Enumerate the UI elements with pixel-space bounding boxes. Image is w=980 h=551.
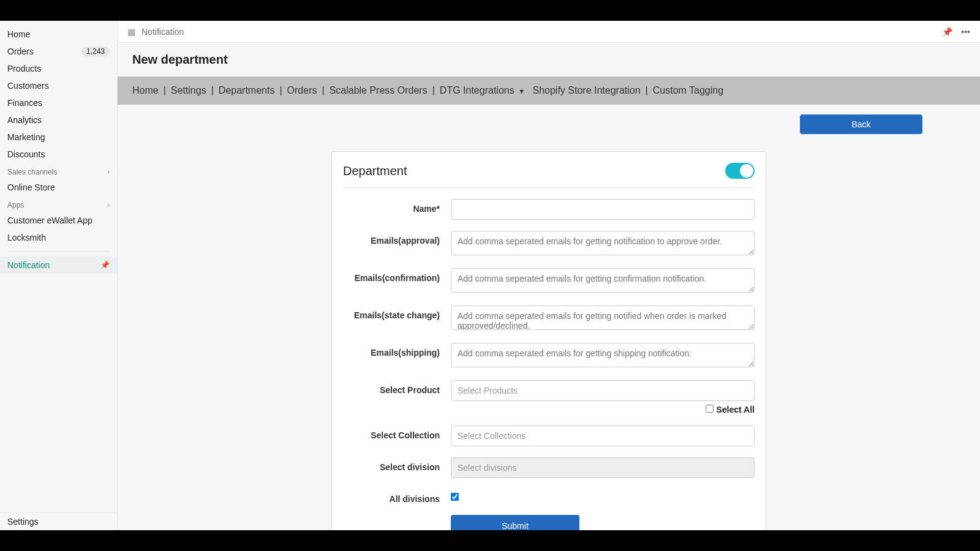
main: ▦ Notification 📌 ••• New department Home… <box>118 21 980 530</box>
select-all-checkbox[interactable] <box>706 405 714 413</box>
letterbox-top <box>0 0 980 21</box>
sidebar-item-locksmith[interactable]: Locksmith <box>0 229 117 246</box>
sidebar-item-label: Home <box>7 29 30 39</box>
topbar: ▦ Notification 📌 ••• <box>118 21 980 43</box>
row-emails-confirmation: Emails(confirmation) <box>343 268 755 294</box>
sidebar-section-sales-channels[interactable]: Sales channels › <box>0 163 117 179</box>
sidebar-item-marketing[interactable]: Marketing <box>0 129 117 146</box>
sidebar-item-finances[interactable]: Finances <box>0 94 117 111</box>
orders-badge: 1,243 <box>81 47 110 56</box>
back-button[interactable]: Back <box>800 114 922 134</box>
department-card: Department Name* Emails(approval) <box>331 151 766 530</box>
tab-sep: | <box>211 85 214 96</box>
tab-custom-tagging[interactable]: Custom Tagging <box>653 85 723 96</box>
submit-button[interactable]: Submit <box>451 515 579 530</box>
label-select-product: Select Product <box>343 380 451 395</box>
label-select-collection: Select Collection <box>343 425 451 440</box>
tab-sep: | <box>646 85 648 96</box>
pin-icon[interactable]: 📌 <box>100 261 110 269</box>
topbar-icons: 📌 ••• <box>942 27 970 37</box>
tab-sep: | <box>322 85 324 96</box>
emails-approval-input[interactable] <box>451 231 755 255</box>
sidebar-item-label: Customer eWallet App <box>7 216 92 225</box>
caret-down-icon: ▼ <box>518 88 525 95</box>
select-division-dropdown[interactable]: Select divisions <box>451 457 755 478</box>
tab-departments[interactable]: Departments <box>219 85 275 96</box>
tab-sep: | <box>432 85 435 96</box>
page-header: New department <box>118 43 980 77</box>
row-select-division: Select division Select divisions <box>343 457 755 478</box>
emails-shipping-input[interactable] <box>451 343 755 367</box>
sidebar-item-label: Marketing <box>7 132 45 142</box>
sidebar-item-label: Analytics <box>7 115 42 125</box>
label-all-divisions: All divisions <box>343 489 451 504</box>
emails-confirmation-input[interactable] <box>451 268 755 293</box>
sidebar-item-label: Locksmith <box>7 233 46 242</box>
pin-icon[interactable]: 📌 <box>942 27 952 37</box>
divider <box>7 251 110 252</box>
label-select-division: Select division <box>343 457 451 472</box>
card-header: Department <box>343 163 755 188</box>
label-name: Name* <box>343 199 451 214</box>
control-select-product: Select Products Select All <box>451 380 755 414</box>
department-toggle[interactable] <box>725 163 755 179</box>
emails-state-change-input[interactable] <box>451 305 755 330</box>
tab-orders[interactable]: Orders <box>287 85 317 96</box>
sidebar-section-label: Apps <box>7 201 24 209</box>
sidebar-item-products[interactable]: Products <box>0 60 117 77</box>
sidebar-item-discounts[interactable]: Discounts <box>0 146 117 163</box>
sidebar-item-customer-ewallet[interactable]: Customer eWallet App <box>0 212 117 229</box>
tab-sep: | <box>164 85 166 96</box>
control-name <box>451 199 755 220</box>
chevron-right-icon: › <box>107 168 110 176</box>
page-title: New department <box>132 53 965 67</box>
sidebar-item-label: Settings <box>7 517 39 527</box>
sidebar-item-notification[interactable]: Notification 📌 <box>0 257 117 274</box>
sidebar-item-home[interactable]: Home <box>0 26 117 43</box>
select-all-label: Select All <box>716 405 755 414</box>
back-button-wrap: Back <box>175 114 922 134</box>
label-emails-approval: Emails(approval) <box>343 231 451 246</box>
sidebar-item-orders[interactable]: Orders 1,243 <box>0 43 117 60</box>
select-all-row: Select All <box>451 405 755 414</box>
row-all-divisions: All divisions <box>343 489 755 504</box>
control-select-collection: Select Collections <box>451 425 755 446</box>
select-product-dropdown[interactable]: Select Products <box>451 380 755 401</box>
card-title: Department <box>343 164 407 178</box>
control-emails-confirmation <box>451 268 755 294</box>
sidebar-item-analytics[interactable]: Analytics <box>0 111 117 129</box>
select-collection-dropdown[interactable]: Select Collections <box>451 425 755 446</box>
tab-home[interactable]: Home <box>132 85 159 96</box>
more-icon[interactable]: ••• <box>961 27 970 37</box>
all-divisions-checkbox[interactable] <box>451 493 459 501</box>
sidebar-item-settings[interactable]: Settings <box>0 513 117 530</box>
app-container: Home Orders 1,243 Products Customers Fin… <box>0 21 980 530</box>
tab-sep: | <box>279 85 282 96</box>
sidebar-item-label: Online Store <box>7 182 55 192</box>
chevron-right-icon: › <box>107 201 110 209</box>
tab-scalable-press[interactable]: Scalable Press Orders <box>330 85 428 96</box>
row-name: Name* <box>343 199 755 220</box>
toggle-knob <box>740 164 753 178</box>
label-emails-shipping: Emails(shipping) <box>343 343 451 358</box>
app-icon: ▦ <box>127 27 135 37</box>
name-input[interactable] <box>451 199 755 220</box>
sidebar-section-apps[interactable]: Apps › <box>0 196 117 212</box>
row-select-collection: Select Collection Select Collections <box>343 425 755 446</box>
sidebar-item-online-store[interactable]: Online Store <box>0 179 117 196</box>
control-select-division: Select divisions <box>451 457 755 478</box>
control-emails-state-change <box>451 305 755 332</box>
row-emails-state-change: Emails(state change) <box>343 305 755 332</box>
sidebar-item-label: Customers <box>7 81 49 91</box>
label-emails-state-change: Emails(state change) <box>343 305 451 320</box>
tab-settings[interactable]: Settings <box>171 85 206 96</box>
sidebar: Home Orders 1,243 Products Customers Fin… <box>0 21 118 530</box>
sidebar-item-label: Discounts <box>7 149 45 159</box>
topbar-left: ▦ Notification <box>127 27 184 37</box>
control-emails-shipping <box>451 343 755 369</box>
topbar-breadcrumb: Notification <box>141 27 184 37</box>
sidebar-item-customers[interactable]: Customers <box>0 77 117 94</box>
sidebar-nav: Home Orders 1,243 Products Customers Fin… <box>0 21 117 512</box>
tab-dtg-integrations[interactable]: DTG Integrations ▼ <box>440 85 525 96</box>
tab-shopify-integration[interactable]: Shopify Store Integration <box>532 85 640 96</box>
